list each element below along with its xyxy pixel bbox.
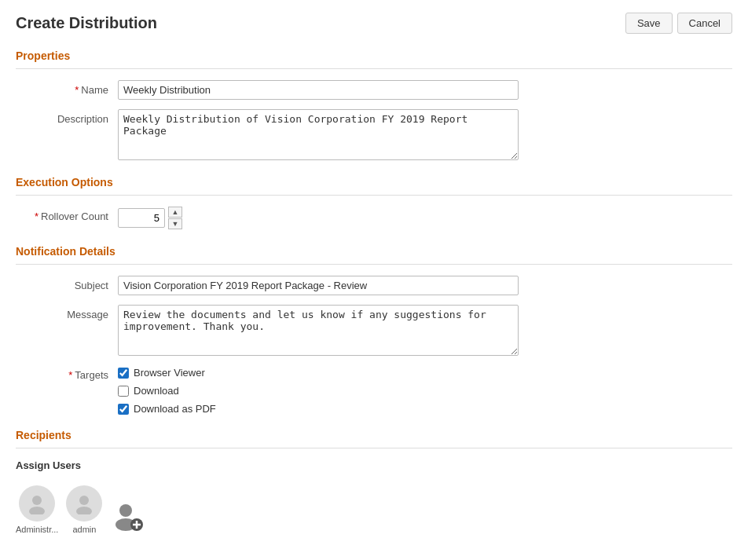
- notification-section-title: Notification Details: [16, 245, 732, 258]
- user-avatar-2: admin: [66, 485, 102, 534]
- spinner-down-button[interactable]: ▼: [168, 218, 182, 229]
- header-buttons: Save Cancel: [625, 13, 732, 34]
- subject-input[interactable]: [118, 276, 519, 295]
- rollover-wrapper: ▲ ▼: [118, 207, 182, 229]
- name-required-star: *: [75, 84, 79, 96]
- properties-divider: [16, 68, 732, 69]
- svg-point-2: [79, 496, 89, 505]
- name-label: *Name: [16, 80, 118, 96]
- properties-section-title: Properties: [16, 49, 732, 62]
- message-row: Message: [16, 305, 732, 356]
- user-avatar-1: Administr...: [16, 485, 58, 534]
- download-pdf-label: Download as PDF: [134, 403, 216, 415]
- name-input[interactable]: [118, 80, 519, 100]
- message-textarea[interactable]: [118, 305, 519, 356]
- page-title: Create Distribution: [16, 14, 157, 32]
- name-row: *Name: [16, 80, 732, 100]
- targets-label: *Targets: [16, 365, 118, 381]
- target-item-browser: Browser Viewer: [118, 367, 216, 379]
- svg-point-0: [32, 496, 42, 505]
- svg-point-4: [119, 504, 132, 517]
- description-textarea[interactable]: [118, 109, 519, 160]
- execution-section-title: Execution Options: [16, 176, 732, 188]
- message-label: Message: [16, 305, 118, 320]
- spinner-up-button[interactable]: ▲: [168, 207, 182, 218]
- page-header: Create Distribution Save Cancel: [16, 13, 732, 34]
- description-row: Description: [16, 109, 732, 160]
- save-button[interactable]: Save: [625, 13, 673, 34]
- person-icon-1: [26, 492, 48, 514]
- notification-divider: [16, 264, 732, 265]
- target-item-download-pdf: Download as PDF: [118, 403, 216, 415]
- svg-point-3: [76, 507, 92, 514]
- browser-viewer-checkbox[interactable]: [118, 368, 129, 379]
- browser-viewer-label: Browser Viewer: [134, 367, 205, 379]
- avatar-circle-2: [66, 485, 102, 522]
- rollover-input[interactable]: [118, 208, 165, 228]
- execution-divider: [16, 195, 732, 196]
- user-label-1: Administr...: [16, 525, 58, 534]
- rollover-required-star: *: [35, 210, 38, 222]
- target-item-download: Download: [118, 385, 216, 397]
- description-label: Description: [16, 109, 118, 125]
- users-row: Administr... admin: [16, 479, 732, 540]
- svg-point-1: [29, 507, 45, 514]
- cancel-button[interactable]: Cancel: [677, 13, 732, 34]
- download-label: Download: [134, 385, 179, 397]
- assign-users-title: Assign Users: [16, 459, 732, 471]
- download-pdf-checkbox[interactable]: [118, 404, 129, 415]
- add-user-icon-wrapper[interactable]: [110, 498, 146, 534]
- download-checkbox[interactable]: [118, 386, 129, 397]
- add-user-icon: [110, 498, 146, 534]
- spinner-buttons: ▲ ▼: [168, 207, 182, 229]
- add-user-avatar[interactable]: [110, 498, 146, 534]
- person-icon-2: [73, 492, 95, 514]
- subject-label: Subject: [16, 276, 118, 291]
- user-label-2: admin: [72, 525, 96, 534]
- rollover-label: *Rollover Count: [16, 207, 118, 222]
- recipients-divider: [16, 448, 732, 448]
- page-container: Create Distribution Save Cancel Properti…: [0, 0, 748, 553]
- targets-row: *Targets Browser Viewer Download Downloa…: [16, 365, 732, 415]
- rollover-row: *Rollover Count ▲ ▼: [16, 207, 732, 229]
- recipients-section: Recipients Assign Users Administr...: [16, 429, 732, 540]
- targets-wrapper: Browser Viewer Download Download as PDF: [118, 365, 216, 415]
- subject-row: Subject: [16, 276, 732, 295]
- targets-required-star: *: [68, 369, 72, 381]
- recipients-section-title: Recipients: [16, 429, 732, 441]
- avatar-circle-1: [19, 485, 55, 522]
